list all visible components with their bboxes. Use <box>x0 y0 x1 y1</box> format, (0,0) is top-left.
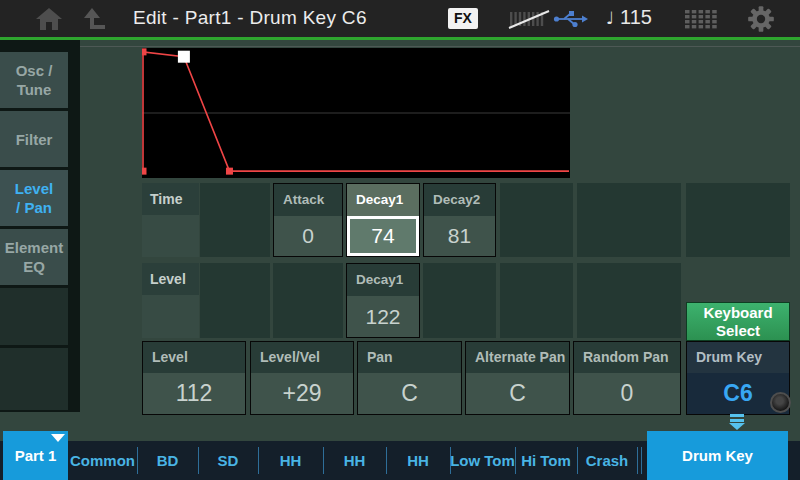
time-row-empty-cell <box>200 183 270 257</box>
tab-hh-open[interactable]: HH Open <box>386 448 450 474</box>
tab-part1[interactable]: Part 1 <box>3 431 68 480</box>
decay1-time-field[interactable]: Decay1 74 <box>346 183 420 257</box>
tab-drum-key[interactable]: Drum Key <box>647 431 788 480</box>
level-vel-value: +29 <box>251 373 353 414</box>
page-title: Edit - Part1 - Drum Key C6 <box>133 7 367 29</box>
time-row-label-cell: Time <box>142 183 199 257</box>
envelope-graph[interactable] <box>142 48 570 178</box>
decay2-time-field[interactable]: Decay2 81 <box>423 183 496 257</box>
level-vel-field[interactable]: Level/Vel +29 <box>250 341 354 415</box>
envelope-handle <box>226 168 233 175</box>
random-pan-field[interactable]: Random Pan 0 <box>573 341 681 415</box>
drum-key-knob[interactable] <box>770 392 791 413</box>
keyboard-hold-disabled-icon[interactable] <box>508 9 550 33</box>
decay2-time-value: 81 <box>424 216 495 256</box>
keyboard-select-button[interactable]: Keyboard Select <box>686 302 790 341</box>
time-row-empty-cell <box>500 183 573 257</box>
level-row-empty-cell <box>577 263 681 338</box>
sidebar-item-blank-1 <box>0 288 68 345</box>
topbar-accent-line <box>0 37 800 40</box>
attack-time-field[interactable]: Attack 0 <box>273 183 343 257</box>
envelope-handle <box>142 168 147 175</box>
level-row-empty-cell <box>273 263 343 338</box>
envelope-handle <box>142 48 147 55</box>
level-field[interactable]: Level 112 <box>142 341 246 415</box>
level-row-empty-cell <box>200 263 270 338</box>
pad-grid-icon[interactable] <box>685 10 718 33</box>
gear-icon[interactable] <box>747 5 775 37</box>
attack-time-value: 0 <box>274 216 342 256</box>
decay1-level-field[interactable]: Decay1 122 <box>346 263 420 338</box>
usb-icon[interactable] <box>553 10 588 32</box>
home-icon[interactable] <box>36 8 62 34</box>
tempo-display[interactable]: ♩115 <box>606 6 652 29</box>
fx-badge[interactable]: FX <box>448 8 478 29</box>
sidebar-item-osc-tune[interactable]: Osc /Tune <box>0 52 68 108</box>
tab-hh-close[interactable]: HH Close <box>258 448 323 474</box>
tempo-value: 115 <box>620 6 652 28</box>
envelope-handle-selected <box>178 51 190 63</box>
quarter-note-icon: ♩ <box>606 8 614 28</box>
content-divider-line <box>80 46 800 47</box>
level-row-empty-cell <box>500 263 573 338</box>
tab-crash[interactable]: Crash <box>577 448 637 474</box>
level-row-label-cell: Level <box>142 263 199 338</box>
tab-sd[interactable]: SD <box>198 448 258 474</box>
time-row-empty-cell <box>686 183 790 257</box>
alternate-pan-field[interactable]: Alternate Pan C <box>465 341 570 415</box>
decay1-time-value: 74 <box>347 216 419 256</box>
tab-bd[interactable]: BD <box>137 448 198 474</box>
time-row-label: Time <box>142 183 199 215</box>
random-pan-value: 0 <box>574 373 680 414</box>
chevron-down-icon[interactable] <box>729 414 745 430</box>
tab-low-tom[interactable]: Low Tom <box>450 448 515 474</box>
tab-hi-tom[interactable]: Hi Tom <box>515 448 577 474</box>
part-dropdown-triangle-icon <box>51 434 65 442</box>
envelope-graph-canvas <box>142 48 570 178</box>
tab-common[interactable]: Common <box>68 448 137 474</box>
sidebar-item-element-eq[interactable]: ElementEQ <box>0 229 68 285</box>
level-value: 112 <box>143 373 245 414</box>
decay1-level-value: 122 <box>347 296 419 337</box>
level-row-label: Level <box>142 263 199 295</box>
exit-up-arrow-icon[interactable] <box>84 7 108 35</box>
top-bar <box>0 0 800 37</box>
pan-field[interactable]: Pan C <box>357 341 462 415</box>
time-row-empty-cell <box>577 183 681 257</box>
tab-hh-pedal[interactable]: HH Pedal <box>323 448 386 474</box>
alternate-pan-value: C <box>466 373 569 414</box>
sidebar-item-filter[interactable]: Filter <box>0 111 68 167</box>
pan-value: C <box>358 373 461 414</box>
level-row-empty-cell <box>423 263 496 338</box>
sidebar-item-blank-2 <box>0 348 68 410</box>
sidebar-item-level-pan[interactable]: Level/ Pan <box>0 170 68 226</box>
